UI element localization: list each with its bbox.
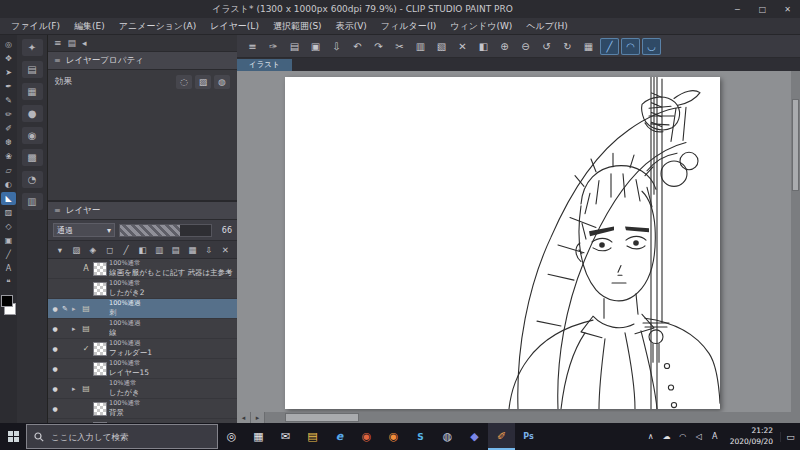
task-view-icon[interactable]: ▦ bbox=[245, 423, 272, 450]
rotate-right-icon[interactable]: ↻ bbox=[558, 38, 577, 55]
quick-access-dock-icon[interactable]: ✦ bbox=[22, 39, 43, 56]
foreground-color-swatch[interactable] bbox=[1, 295, 13, 307]
canvas-tab[interactable]: イラスト bbox=[237, 59, 292, 71]
onedrive-tray-icon[interactable]: ☁ bbox=[659, 432, 675, 441]
horizontal-scroll-thumb[interactable] bbox=[285, 413, 359, 422]
new-folder-icon[interactable]: ▦ bbox=[184, 243, 200, 257]
canvas-horizontal-scrollbar[interactable] bbox=[265, 412, 800, 423]
move-tool-icon[interactable]: ✥ bbox=[1, 52, 16, 65]
menu-item[interactable]: 表示(V) bbox=[329, 18, 374, 34]
panel-collapse-icon[interactable]: ◂ bbox=[82, 38, 87, 48]
zoom-in-icon[interactable]: ⊕ bbox=[495, 38, 514, 55]
new-file-icon[interactable]: ▤ bbox=[285, 38, 304, 55]
taskbar-search-input[interactable] bbox=[49, 431, 210, 443]
tray-chevron-icon[interactable]: ∧ bbox=[643, 432, 659, 441]
brush-tool-icon[interactable]: ✐ bbox=[1, 122, 16, 135]
redo-icon[interactable]: ↷ bbox=[369, 38, 388, 55]
layer-row[interactable]: ● 100%通常 レイヤー15 bbox=[48, 359, 237, 379]
ruler-tool-icon[interactable]: ╱ bbox=[1, 248, 16, 261]
skype-icon[interactable]: S bbox=[407, 423, 434, 450]
layer-menu-icon[interactable]: ▾ bbox=[52, 243, 68, 257]
menu-item[interactable]: 編集(E) bbox=[67, 18, 112, 34]
grid-icon[interactable]: ▦ bbox=[579, 38, 598, 55]
operation-tool-icon[interactable]: ➤ bbox=[1, 66, 16, 79]
tool-property-dock-icon[interactable]: ▦ bbox=[22, 83, 43, 100]
chrome-icon[interactable]: ◉ bbox=[353, 423, 380, 450]
tool-switch-icon[interactable]: ✑ bbox=[264, 38, 283, 55]
close-button[interactable]: ✕ bbox=[775, 0, 800, 18]
border-effect-icon[interactable]: ◌ bbox=[176, 75, 192, 89]
steam-icon[interactable]: ◍ bbox=[434, 423, 461, 450]
layer-row[interactable]: ● ▸ ▤ 100%通過 線 bbox=[48, 319, 237, 339]
layer-thumbnail[interactable] bbox=[93, 282, 107, 296]
split-view-icon[interactable]: ▥ bbox=[151, 243, 167, 257]
layer-row[interactable]: 100%通常 したがき2 bbox=[48, 279, 237, 299]
ruler-icon[interactable]: ╱ bbox=[118, 243, 134, 257]
eyedropper-tool-icon[interactable]: ✒ bbox=[1, 80, 16, 93]
pen-tool-icon[interactable]: ✎ bbox=[1, 94, 16, 107]
panel-menu-icon[interactable]: ≡ bbox=[54, 56, 61, 65]
layer-row[interactable]: ● ✎ ▸ ▤ 100%通過 刺 bbox=[48, 299, 237, 319]
canvas-vertical-scrollbar[interactable] bbox=[791, 71, 800, 412]
menu-item[interactable]: ファイル(F) bbox=[4, 18, 67, 34]
taskbar-clock[interactable]: 21:22 2020/09/20 bbox=[723, 426, 780, 446]
layer-expand-arrow-icon[interactable]: ▸ bbox=[72, 305, 79, 313]
menu-item[interactable]: 選択範囲(S) bbox=[266, 18, 329, 34]
layer-thumbnail[interactable] bbox=[93, 262, 107, 276]
delete-icon[interactable]: ✕ bbox=[453, 38, 472, 55]
layer-visibility-eye-icon[interactable]: ● bbox=[50, 405, 60, 412]
undo-icon[interactable]: ↶ bbox=[348, 38, 367, 55]
brush-size-dock-icon[interactable]: ● bbox=[22, 105, 43, 122]
color-history-dock-icon[interactable]: ◔ bbox=[22, 171, 43, 188]
blend-mode-select[interactable]: 通過 ▾ bbox=[53, 223, 115, 237]
layer-thumbnail[interactable] bbox=[93, 362, 107, 376]
snap-ruler-icon[interactable]: ╱ bbox=[600, 38, 619, 55]
navigator-dock-icon[interactable]: ▥ bbox=[22, 193, 43, 210]
layer-visibility-eye-icon[interactable]: ● bbox=[50, 345, 60, 352]
airbrush-tool-icon[interactable]: ❆ bbox=[1, 136, 16, 149]
delete-layer-icon[interactable]: ✕ bbox=[217, 243, 233, 257]
layer-visibility-eye-icon[interactable]: ● bbox=[50, 305, 60, 312]
new-layer-icon[interactable]: ▤ bbox=[168, 243, 184, 257]
text-tool-icon[interactable]: A bbox=[1, 262, 16, 275]
volume-tray-icon[interactable]: ◁ bbox=[691, 432, 707, 441]
layer-expand-arrow-icon[interactable]: ▸ bbox=[72, 325, 79, 333]
figure-tool-icon[interactable]: ◇ bbox=[1, 220, 16, 233]
copy-icon[interactable]: ▥ bbox=[411, 38, 430, 55]
pencil-tool-icon[interactable]: ✏ bbox=[1, 108, 16, 121]
main-menu-icon[interactable]: ≡ bbox=[243, 38, 262, 55]
menu-item[interactable]: アニメーション(A) bbox=[112, 18, 203, 34]
menu-item[interactable]: ヘルプ(H) bbox=[519, 18, 574, 34]
snap-grid-icon[interactable]: ◡ bbox=[642, 38, 661, 55]
canvas-page[interactable] bbox=[285, 77, 720, 409]
layer-thumbnail[interactable] bbox=[93, 402, 107, 416]
tone-effect-icon[interactable]: ▨ bbox=[195, 75, 211, 89]
panel-menu-icon[interactable]: ≡ bbox=[54, 38, 62, 48]
layer-row[interactable]: A 100%通常 線画を服がもとに記す 武器は主参考 bbox=[48, 259, 237, 279]
opacity-slider[interactable] bbox=[119, 224, 212, 237]
layer-panel-menu-icon[interactable]: ≡ bbox=[54, 206, 61, 215]
mail-icon[interactable]: ✉ bbox=[272, 423, 299, 450]
explorer-icon[interactable]: ▤ bbox=[299, 423, 326, 450]
start-button[interactable] bbox=[0, 423, 26, 450]
layer-row[interactable]: ● 100%通常 背景 bbox=[48, 399, 237, 419]
color-set-dock-icon[interactable]: ▩ bbox=[22, 149, 43, 166]
gradient-tool-icon[interactable]: ▨ bbox=[1, 206, 16, 219]
edge-icon[interactable]: e bbox=[326, 423, 353, 450]
menu-item[interactable]: フィルター(I) bbox=[374, 18, 444, 34]
lock-layer-icon[interactable]: ◈ bbox=[85, 243, 101, 257]
scroll-right-button[interactable]: ▸ bbox=[251, 412, 265, 423]
zoom-tool-icon[interactable]: ◎ bbox=[1, 38, 16, 51]
snap-special-ruler-icon[interactable]: ◠ bbox=[621, 38, 640, 55]
layer-thumbnail[interactable] bbox=[93, 342, 107, 356]
save-icon[interactable]: ▣ bbox=[306, 38, 325, 55]
merge-down-icon[interactable]: ⇩ bbox=[201, 243, 217, 257]
vertical-scroll-thumb[interactable] bbox=[792, 99, 799, 191]
export-icon[interactable]: ⇩ bbox=[327, 38, 346, 55]
scroll-left-button[interactable]: ◂ bbox=[237, 412, 251, 423]
action-center-icon[interactable]: ▭ bbox=[780, 432, 800, 442]
paste-icon[interactable]: ▧ bbox=[432, 38, 451, 55]
cortana-icon[interactable]: ◎ bbox=[218, 423, 245, 450]
layer-visibility-eye-icon[interactable]: ● bbox=[50, 365, 60, 372]
layer-expand-arrow-icon[interactable]: ▸ bbox=[72, 385, 79, 393]
